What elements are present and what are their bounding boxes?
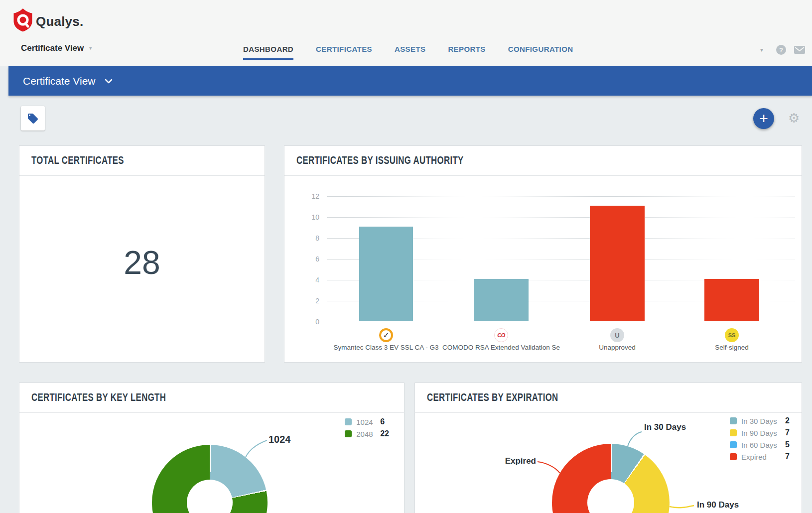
app-switcher-label: Certificate View [21,43,84,53]
app-switcher[interactable]: Certificate View ▼ [21,43,93,53]
y-tick: 10 [298,213,319,221]
gear-icon[interactable]: ⚙ [788,111,800,126]
legend-row: In 90 Days 7 [730,427,790,439]
card-title: CERTIFICATES BY ISSUING AUTHORITY [296,154,464,166]
context-bar-dropdown[interactable]: Certificate View [8,66,812,96]
legend-swatch-in-30-days [730,417,737,424]
self-signed-icon: SS [725,328,739,342]
grid-line [327,217,795,218]
caret-down-icon: ▼ [88,46,93,51]
mail-icon[interactable] [794,46,805,54]
legend-label: In 60 Days [741,441,781,449]
legend: In 30 Days 2 In 90 Days 7 In 60 Days 5 E… [730,415,790,463]
legend-swatch-2048 [345,430,352,437]
grid-line [327,196,795,197]
bar-self-signed[interactable] [704,279,759,321]
bar-comodo[interactable] [474,279,529,321]
main-nav: DASHBOARD CERTIFICATES ASSETS REPORTS CO… [243,45,573,53]
unapproved-icon: U [610,328,624,342]
legend: 1024 6 2048 22 [345,416,389,440]
x-label-symantec: Symantec Class 3 EV SSL CA - G3 [333,344,438,351]
brand-name: Qualys. [36,14,83,29]
tag-icon [27,113,39,125]
card-certificates-by-expiration: CERTIFICATES BY EXPIRATION In 30 Days 2 … [414,383,802,513]
legend-label: In 30 Days [741,417,781,425]
legend-value: 6 [380,417,385,426]
card-header: CERTIFICATES BY ISSUING AUTHORITY [284,146,802,176]
chevron-down-icon [105,79,113,84]
card-header: TOTAL CERTIFICATES [19,146,265,176]
y-tick: 8 [298,234,319,242]
legend-value: 2 [785,416,790,425]
legend-label: Expired [741,453,781,461]
bar-unapproved[interactable] [590,206,645,321]
help-icon[interactable]: ? [776,45,786,55]
callout-expired: Expired [495,456,536,466]
legend-value: 5 [785,440,790,449]
legend-row: Expired 7 [730,451,790,463]
legend-value: 22 [380,429,389,438]
legend-swatch-1024 [345,418,352,425]
tab-configuration[interactable]: CONFIGURATION [508,45,573,53]
card-header: CERTIFICATES BY EXPIRATION [415,383,802,413]
legend-swatch-in-90-days [730,429,737,436]
legend-label: In 90 Days [741,429,781,437]
legend-row: 2048 22 [345,428,389,440]
card-header: CERTIFICATES BY KEY LENGTH [19,383,404,413]
comodo-icon: CO [494,328,508,342]
qualys-logo-icon [13,8,33,32]
callout-in-90-days: In 90 Days [697,500,739,510]
context-bar-title: Certificate View [23,75,96,87]
tab-reports[interactable]: REPORTS [448,45,485,53]
y-tick: 12 [298,192,319,200]
tab-assets[interactable]: ASSETS [395,45,425,53]
tab-certificates[interactable]: CERTIFICATES [316,45,372,53]
legend-label: 2048 [356,430,376,438]
legend-row: In 60 Days 5 [730,439,790,451]
y-tick: 0 [298,318,319,326]
card-title: CERTIFICATES BY KEY LENGTH [31,391,166,403]
card-certificates-by-key-length: CERTIFICATES BY KEY LENGTH 1024 6 2048 2… [19,383,405,513]
callout-1024: 1024 [269,434,291,445]
bar-symantec[interactable] [359,227,413,321]
callout-in-30-days: In 30 Days [644,422,686,432]
header-icons: ▼ ? [759,45,805,55]
key-length-donut-chart[interactable] [152,445,268,513]
legend-label: 1024 [356,418,376,426]
card-title: CERTIFICATES BY EXPIRATION [427,391,558,403]
y-tick: 4 [298,276,319,284]
top-header: Qualys. Certificate View ▼ DASHBOARD CER… [0,0,812,66]
x-axis-line [319,322,798,322]
card-certificates-by-issuing-authority: CERTIFICATES BY ISSUING AUTHORITY 12 10 … [284,145,802,363]
card-total-certificates: TOTAL CERTIFICATES 28 [19,145,265,363]
legend-swatch-in-60-days [730,441,737,448]
legend-value: 7 [785,452,790,461]
x-label-self-signed: Self-signed [715,344,749,351]
expiration-donut-chart[interactable] [552,444,670,513]
tab-dashboard[interactable]: DASHBOARD [243,45,293,53]
caret-down-icon[interactable]: ▼ [759,47,764,53]
y-tick: 2 [298,297,319,305]
x-label-comodo: COMODO RSA Extended Validation Se [442,344,560,351]
total-certificates-value: 28 [19,244,265,281]
legend-value: 7 [785,428,790,437]
symantec-check-icon: ✓ [379,328,393,342]
add-widget-button[interactable]: + [753,108,774,129]
legend-swatch-expired [730,453,737,460]
card-title: TOTAL CERTIFICATES [31,154,124,166]
legend-row: 1024 6 [345,416,389,428]
y-tick: 6 [298,255,319,263]
legend-row: In 30 Days 2 [730,415,790,427]
tag-filter-button[interactable] [21,106,45,130]
x-label-unapproved: Unapproved [599,344,636,351]
